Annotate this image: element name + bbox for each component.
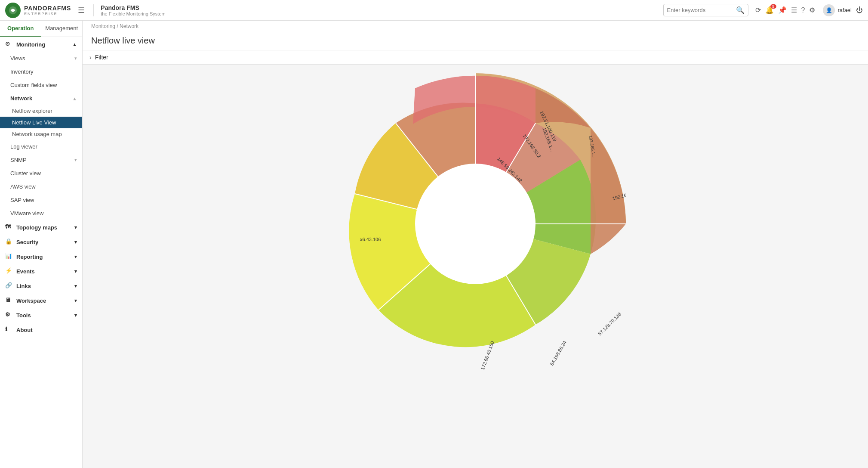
workspace-label: Workspace — [16, 298, 46, 304]
breadcrumb-network: Network — [120, 23, 139, 29]
aws-label: AWS view — [10, 183, 77, 190]
sidebar-group-about[interactable]: ℹ About — [0, 322, 82, 337]
main-layout: Operation Management ⊙ Monitoring ▲ View… — [0, 21, 868, 468]
tools-chevron: ▾ — [74, 313, 77, 318]
logo-text: PANDORAFMS ENTERPRISE — [24, 5, 71, 16]
sidebar-group-topology[interactable]: 🗺 Topology maps ▾ — [0, 220, 82, 235]
sidebar-item-vmware[interactable]: VMware view — [0, 207, 82, 220]
chart-label-8: 57.128.70.138 — [597, 311, 622, 336]
sidebar-child-netflow-explorer[interactable]: Netflow explorer — [0, 105, 82, 117]
tools-icon: ⚙ — [5, 311, 13, 319]
security-chevron: ▾ — [74, 239, 77, 245]
sidebar-item-snmp[interactable]: SNMP ▾ — [0, 153, 82, 167]
content-area: Monitoring / Network Netflow live view ›… — [83, 21, 868, 468]
breadcrumb: Monitoring / Network — [83, 21, 868, 32]
app-subtitle: ENTERPRISE — [24, 12, 71, 16]
events-label: Events — [16, 268, 35, 275]
views-chevron: ▾ — [74, 56, 77, 61]
chart-label-5: x6.43.106 — [360, 237, 381, 242]
topology-chevron: ▾ — [74, 225, 77, 230]
notification-badge: 5 — [770, 4, 776, 9]
search-area: 🔍 — [663, 4, 748, 16]
monitoring-icon: ⊙ — [5, 40, 13, 48]
security-icon: 🔒 — [5, 238, 13, 246]
events-icon: ⚡ — [5, 267, 13, 275]
header: PANDORAFMS ENTERPRISE ☰ Pandora FMS the … — [0, 0, 868, 21]
sidebar-group-monitoring[interactable]: ⊙ Monitoring ▲ — [0, 37, 82, 52]
sidebar-group-tools[interactable]: ⚙ Tools ▾ — [0, 308, 82, 322]
about-label: About — [16, 327, 33, 333]
reporting-label: Reporting — [16, 254, 43, 260]
monitoring-label: Monitoring — [16, 41, 45, 48]
sidebar-group-events[interactable]: ⚡ Events ▾ — [0, 264, 82, 279]
sidebar: Operation Management ⊙ Monitoring ▲ View… — [0, 21, 83, 468]
pie-chart: 192.168.50.31 192.51.100.119 192.168.50.… — [325, 73, 626, 375]
search-box[interactable]: 🔍 — [663, 4, 748, 16]
chart-area: 192.168.50.31 192.51.100.119 192.168.50.… — [83, 65, 868, 383]
user-avatar: 👤 — [823, 4, 835, 16]
logo-area: PANDORAFMS ENTERPRISE ☰ — [5, 3, 86, 18]
sap-label: SAP view — [10, 197, 77, 203]
sidebar-item-network[interactable]: Network ▲ — [0, 92, 82, 105]
header-icons: ⟳ 🔔 5 📌 ☰ ? ⚙ 👤 rafael ⏻ — [755, 4, 863, 16]
cluster-label: Cluster view — [10, 170, 77, 177]
filter-bar[interactable]: › Filter — [83, 50, 868, 65]
sidebar-group-workspace[interactable]: 🖥 Workspace ▾ — [0, 293, 82, 308]
sidebar-item-cluster[interactable]: Cluster view — [0, 167, 82, 180]
sidebar-item-sap[interactable]: SAP view — [0, 193, 82, 207]
help-icon[interactable]: ? — [801, 6, 805, 14]
svg-point-8 — [415, 164, 536, 284]
breadcrumb-monitoring[interactable]: Monitoring — [91, 23, 115, 29]
pin-icon[interactable]: 📌 — [778, 6, 787, 14]
user-name: rafael — [837, 7, 852, 13]
sidebar-group-security[interactable]: 🔒 Security ▾ — [0, 235, 82, 249]
monitoring-chevron: ▲ — [72, 42, 77, 47]
app-title-block: Pandora FMS the Flexible Monitoring Syst… — [93, 4, 165, 16]
chart-label-7: 54.198.86.24 — [549, 340, 567, 366]
vmware-label: VMware view — [10, 210, 77, 217]
sidebar-tabs: Operation Management — [0, 21, 82, 37]
views-label: Views — [10, 55, 74, 62]
refresh-icon[interactable]: ⟳ — [755, 6, 761, 14]
snmp-label: SNMP — [10, 157, 74, 163]
sidebar-item-views[interactable]: Views ▾ — [0, 52, 82, 65]
sidebar-item-aws[interactable]: AWS view — [0, 180, 82, 193]
filter-label: Filter — [95, 54, 108, 61]
security-label: Security — [16, 239, 38, 245]
reporting-icon: 📊 — [5, 253, 13, 260]
links-label: Links — [16, 283, 31, 289]
app-title-sub: the Flexible Monitoring System — [101, 11, 165, 16]
search-button[interactable]: 🔍 — [736, 6, 745, 14]
events-chevron: ▾ — [74, 269, 77, 274]
topology-label: Topology maps — [16, 224, 57, 231]
sidebar-group-links[interactable]: 🔗 Links ▾ — [0, 279, 82, 293]
search-input[interactable] — [667, 7, 736, 13]
tools-label: Tools — [16, 312, 31, 319]
settings-icon[interactable]: ⚙ — [809, 6, 815, 14]
list-icon[interactable]: ☰ — [791, 6, 797, 14]
sidebar-child-network-usage[interactable]: Network usage map — [0, 128, 82, 140]
sidebar-child-netflow-live[interactable]: Netflow Live View — [0, 117, 82, 128]
custom-fields-label: Custom fields view — [10, 82, 77, 88]
sidebar-item-custom-fields[interactable]: Custom fields view — [0, 78, 82, 92]
sidebar-item-inventory[interactable]: Inventory — [0, 65, 82, 78]
app-name: PANDORAFMS — [24, 5, 71, 12]
links-icon: 🔗 — [5, 282, 13, 290]
network-chevron: ▲ — [72, 96, 77, 101]
network-label: Network — [10, 95, 72, 102]
filter-chevron-icon: › — [89, 54, 92, 61]
inventory-label: Inventory — [10, 68, 77, 75]
tab-management[interactable]: Management — [41, 21, 83, 37]
page-header: Netflow live view — [83, 32, 868, 50]
tab-operation[interactable]: Operation — [0, 21, 41, 37]
notification-icon[interactable]: 🔔 5 — [765, 6, 774, 14]
sidebar-item-log-viewer[interactable]: Log viewer — [0, 140, 82, 153]
user-area[interactable]: 👤 rafael — [823, 4, 852, 16]
workspace-icon: 🖥 — [5, 297, 13, 304]
sidebar-group-reporting[interactable]: 📊 Reporting ▾ — [0, 249, 82, 264]
reporting-chevron: ▾ — [74, 254, 77, 260]
pie-chart-svg: 192.168.50.31 192.51.100.119 192.168.50.… — [325, 73, 626, 375]
hamburger-icon[interactable]: ☰ — [76, 4, 86, 17]
logo-icon — [5, 3, 21, 18]
logout-icon[interactable]: ⏻ — [856, 6, 863, 14]
